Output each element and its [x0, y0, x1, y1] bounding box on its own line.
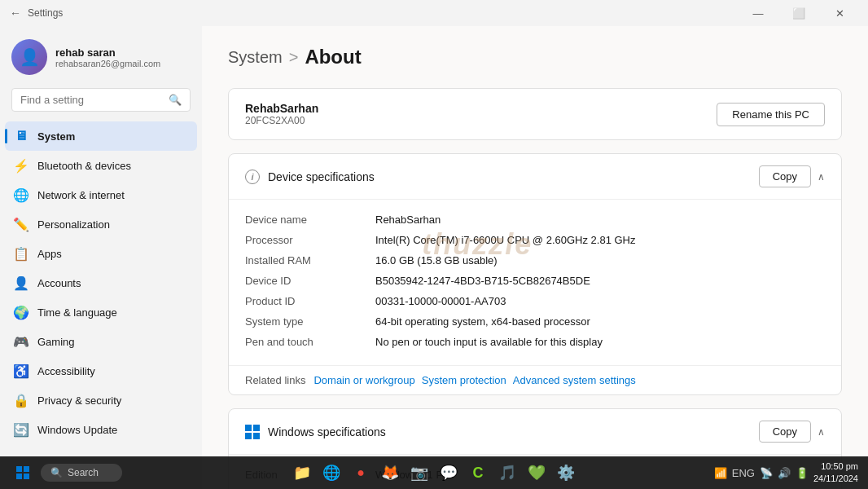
accounts-icon: 👤: [13, 275, 29, 291]
device-specs-title: Device specifications: [268, 170, 375, 183]
related-link-advanced[interactable]: Advanced system settings: [513, 374, 636, 386]
taskbar-app-tiktok[interactable]: 🎵: [494, 460, 520, 486]
device-specs-controls: Copy ∧: [759, 165, 825, 187]
related-links-label: Related links: [245, 374, 305, 386]
spec-label-processor: Processor: [245, 234, 375, 246]
device-specs-header: i Device specifications Copy ∧: [229, 154, 841, 200]
volume-icon: 🔊: [778, 467, 791, 479]
titlebar-left: ← Settings: [10, 7, 63, 20]
taskbar-app-whatsapp[interactable]: 💚: [524, 460, 550, 486]
taskbar-center: 📁 🌐 ● 🦊 📷 💬 C 🎵 💚 ⚙️: [289, 460, 579, 486]
active-indicator: [5, 129, 7, 143]
sidebar-item-label-time: Time & language: [37, 306, 117, 319]
taskbar-search-icon: 🔍: [50, 467, 63, 478]
rename-pc-button[interactable]: Rename this PC: [717, 103, 825, 126]
sidebar-item-time[interactable]: 🌍 Time & language: [5, 297, 197, 327]
related-link-protection[interactable]: System protection: [422, 374, 506, 386]
sidebar-item-gaming[interactable]: 🎮 Gaming: [5, 327, 197, 356]
taskbar-app-edge[interactable]: 🌐: [318, 460, 344, 486]
pc-name-info: RehabSarhan 20FCS2XA00: [245, 102, 318, 126]
sidebar-item-accessibility[interactable]: ♿ Accessibility: [5, 356, 197, 385]
taskbar-app-chrome[interactable]: ●: [348, 460, 374, 486]
time-icon: 🌍: [13, 304, 29, 320]
personalization-icon: ✏️: [13, 216, 29, 232]
taskbar-app-instagram[interactable]: 📷: [406, 460, 432, 486]
spec-row-processor: Processor Intel(R) Core(TM) i7-6600U CPU…: [245, 230, 825, 250]
search-box[interactable]: 🔍: [11, 88, 191, 112]
taskbar-search[interactable]: 🔍 Search: [41, 464, 122, 482]
search-input[interactable]: [20, 94, 162, 106]
device-specs-copy-button[interactable]: Copy: [759, 165, 811, 187]
taskbar-app-settings[interactable]: ⚙️: [553, 460, 579, 486]
sidebar: 👤 rehab saran rehabsaran26@gmail.com 🔍 🖥…: [0, 26, 202, 489]
taskbar-app-firefox[interactable]: 🦊: [377, 460, 403, 486]
device-specs-chevron-icon[interactable]: ∧: [818, 171, 825, 183]
avatar: 👤: [11, 39, 47, 75]
related-links: Related links Domain or workgroup System…: [229, 365, 841, 394]
info-icon: i: [245, 170, 260, 184]
windows-start-icon: [16, 466, 29, 479]
spec-label-system-type: System type: [245, 315, 375, 328]
start-button[interactable]: [10, 460, 36, 486]
windows-specs-controls: Copy ∧: [759, 421, 825, 443]
taskbar-app-explorer[interactable]: 📁: [289, 460, 315, 486]
breadcrumb-system: System: [228, 48, 283, 67]
apps-icon: 📋: [13, 245, 29, 262]
spec-value-device-name: RehabSarhan: [375, 214, 441, 226]
user-section: 👤 rehab saran rehabsaran26@gmail.com: [0, 26, 202, 85]
back-button[interactable]: ←: [10, 7, 21, 20]
sidebar-item-accounts[interactable]: 👤 Accounts: [5, 268, 197, 297]
sidebar-item-label-apps: Apps: [37, 248, 62, 260]
spec-row-device-name: Device name RehabSarhan: [245, 209, 825, 230]
app-title: Settings: [28, 7, 63, 19]
related-link-domain[interactable]: Domain or workgroup: [313, 374, 414, 386]
taskbar-search-text: Search: [68, 467, 99, 478]
pc-name: RehabSarhan: [245, 102, 318, 115]
sidebar-item-bluetooth[interactable]: ⚡ Bluetooth & devices: [5, 151, 197, 180]
sidebar-item-label-network: Network & internet: [37, 189, 125, 201]
windows-specs-copy-button[interactable]: Copy: [759, 421, 811, 443]
user-email: rehabsaran26@gmail.com: [55, 59, 160, 68]
sidebar-item-network[interactable]: 🌐 Network & internet: [5, 180, 197, 209]
privacy-icon: 🔒: [13, 392, 29, 408]
user-name: rehab saran: [55, 46, 160, 59]
spec-label-ram: Installed RAM: [245, 254, 375, 267]
close-button[interactable]: ✕: [821, 0, 858, 26]
pc-model: 20FCS2XA00: [245, 115, 318, 126]
spec-value-pen-touch: No pen or touch input is available for t…: [375, 336, 603, 348]
update-icon: 🔄: [13, 421, 29, 438]
user-info: rehab saran rehabsaran26@gmail.com: [55, 46, 160, 68]
taskbar-app-canva[interactable]: C: [465, 460, 491, 486]
windows-specs-chevron-icon[interactable]: ∧: [818, 426, 825, 438]
minimize-button[interactable]: —: [739, 0, 777, 26]
spec-value-system-type: 64-bit operating system, x64-based proce…: [375, 315, 590, 328]
sidebar-item-label-gaming: Gaming: [37, 336, 75, 348]
sidebar-item-label-accessibility: Accessibility: [37, 365, 95, 377]
section-header-left: i Device specifications: [245, 170, 375, 184]
taskbar-right: 📶 ENG 📡 🔊 🔋 10:50 pm 24/11/2024: [714, 460, 858, 486]
sidebar-item-update[interactable]: 🔄 Windows Update: [5, 415, 197, 444]
sidebar-item-privacy[interactable]: 🔒 Privacy & security: [5, 385, 197, 415]
spec-row-ram: Installed RAM 16.0 GB (15.8 GB usable): [245, 250, 825, 271]
network-icon: 🌐: [13, 187, 29, 203]
lang-indicator: ENG: [732, 467, 755, 479]
taskbar-app-msg[interactable]: 💬: [436, 460, 462, 486]
spec-value-device-id: B5035942-1247-4BD3-B715-5CB82674B5DE: [375, 275, 590, 287]
device-spec-table: Device name RehabSarhan Processor Intel(…: [229, 200, 841, 365]
clock-time: 10:50 pm: [813, 460, 858, 473]
device-specs-card: i Device specifications Copy ∧ Device na…: [228, 153, 842, 395]
sidebar-item-system[interactable]: 🖥 System: [5, 121, 197, 151]
pc-name-card: RehabSarhan 20FCS2XA00 Rename this PC: [228, 88, 842, 140]
sidebar-item-label-accounts: Accounts: [37, 277, 81, 289]
sidebar-item-apps[interactable]: 📋 Apps: [5, 239, 197, 268]
wifi-icon: 📡: [760, 467, 773, 479]
maximize-button[interactable]: ⬜: [780, 0, 818, 26]
accessibility-icon: ♿: [13, 363, 29, 379]
sidebar-item-personalization[interactable]: ✏️ Personalization: [5, 209, 197, 239]
spec-row-device-id: Device ID B5035942-1247-4BD3-B715-5CB826…: [245, 271, 825, 291]
spec-value-processor: Intel(R) Core(TM) i7-6600U CPU @ 2.60GHz…: [375, 234, 636, 246]
spec-row-product-id: Product ID 00331-10000-00001-AA703: [245, 291, 825, 311]
spec-label-device-id: Device ID: [245, 275, 375, 287]
titlebar-controls: — ⬜ ✕: [739, 0, 858, 26]
windows-specs-title: Windows specifications: [268, 425, 386, 438]
